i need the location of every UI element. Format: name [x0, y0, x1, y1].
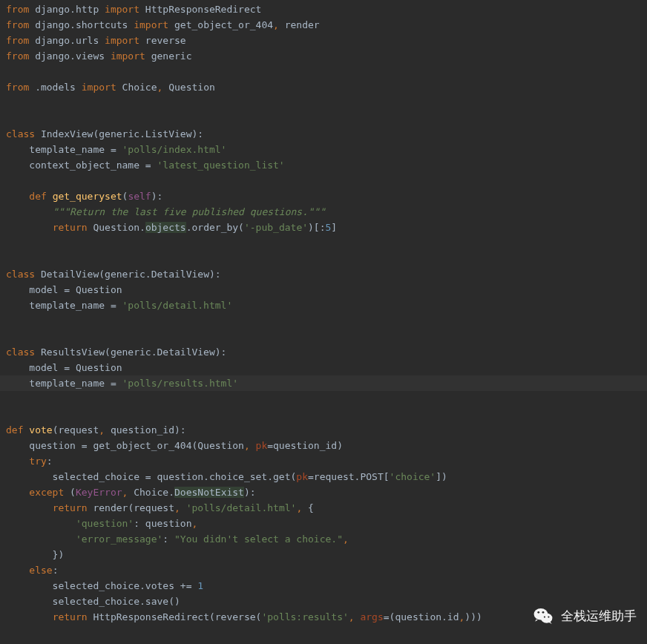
code-line[interactable] — [6, 64, 647, 79]
code-editor[interactable]: from django.http import HttpResponseRedi… — [0, 0, 647, 625]
wechat-icon — [533, 605, 554, 626]
code-line[interactable] — [6, 235, 647, 251]
code-line[interactable] — [6, 251, 647, 266]
code-line[interactable]: context_object_name = 'latest_question_l… — [6, 157, 647, 173]
code-line[interactable] — [6, 173, 647, 188]
code-line[interactable]: template_name = 'polls/index.html' — [6, 142, 647, 157]
code-line[interactable]: question = get_object_or_404(Question, p… — [6, 438, 647, 453]
code-line[interactable] — [6, 329, 647, 344]
code-line[interactable]: 'question': question, — [6, 516, 647, 531]
code-line[interactable]: except (KeyError, Choice.DoesNotExist): — [6, 484, 647, 500]
code-line[interactable]: try: — [6, 453, 647, 469]
code-line[interactable]: 'error_message': "You didn't select a ch… — [6, 531, 647, 547]
watermark-text: 全栈运维助手 — [561, 608, 637, 624]
code-line[interactable]: def get_queryset(self): — [6, 188, 647, 204]
code-line[interactable]: selected_choice = question.choice_set.ge… — [6, 469, 647, 484]
code-line[interactable]: from django.urls import reverse — [6, 33, 647, 48]
code-line[interactable]: template_name = 'polls/detail.html' — [6, 298, 647, 313]
code-line[interactable] — [6, 407, 647, 422]
code-line[interactable]: }) — [6, 547, 647, 562]
code-line[interactable]: from django.views import generic — [6, 48, 647, 64]
code-line[interactable]: else: — [6, 562, 647, 578]
code-line[interactable]: from .models import Choice, Question — [6, 79, 647, 95]
svg-point-4 — [544, 616, 545, 617]
code-line[interactable]: return render(request, 'polls/detail.htm… — [6, 500, 647, 516]
code-line[interactable]: template_name = 'polls/results.html' — [6, 375, 647, 391]
svg-point-1 — [541, 614, 553, 623]
code-line[interactable]: from django.shortcuts import get_object_… — [6, 17, 647, 33]
code-line[interactable] — [6, 391, 647, 407]
code-line[interactable]: from django.http import HttpResponseRedi… — [6, 1, 647, 17]
code-line[interactable]: class IndexView(generic.ListView): — [6, 126, 647, 142]
watermark: 全栈运维助手 — [533, 605, 637, 626]
code-line[interactable] — [6, 111, 647, 126]
code-line[interactable]: return Question.objects.order_by('-pub_d… — [6, 220, 647, 235]
code-line[interactable]: """Return the last five published questi… — [6, 204, 647, 220]
code-line[interactable]: selected_choice.votes += 1 — [6, 578, 647, 594]
code-line[interactable]: class DetailView(generic.DetailView): — [6, 266, 647, 282]
code-line[interactable]: class ResultsView(generic.DetailView): — [6, 344, 647, 360]
code-line[interactable] — [6, 313, 647, 329]
svg-point-5 — [548, 616, 549, 617]
svg-point-3 — [542, 611, 545, 614]
code-line[interactable]: def vote(request, question_id): — [6, 422, 647, 438]
code-line[interactable]: model = Question — [6, 282, 647, 298]
code-line[interactable]: model = Question — [6, 360, 647, 375]
code-line[interactable] — [6, 95, 647, 111]
svg-point-2 — [537, 611, 539, 614]
